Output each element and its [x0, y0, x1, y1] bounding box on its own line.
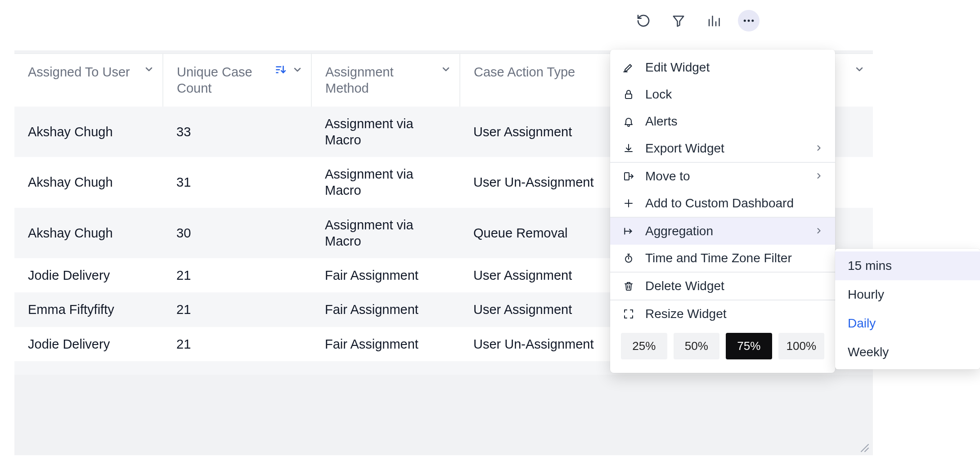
more-icon [742, 14, 755, 27]
resize-options: 25% 50% 75% 100% [610, 327, 835, 368]
pencil-icon [622, 62, 635, 73]
cell-method: Fair Assignment [311, 258, 460, 292]
plus-icon [622, 198, 635, 209]
cell-method: Assignment via Macro [311, 208, 460, 259]
menu-label: Edit Widget [645, 60, 823, 75]
menu-label: Move to [645, 169, 805, 184]
trash-icon [622, 281, 635, 291]
svg-line-25 [865, 448, 868, 452]
menu-label: Alerts [645, 114, 823, 129]
column-header-assigned-to-user[interactable]: Assigned To User [14, 54, 163, 107]
cell-user: Jodie Delivery [14, 258, 163, 292]
menu-resize-widget: Resize Widget [610, 300, 835, 327]
svg-rect-13 [625, 94, 632, 99]
svg-point-6 [748, 20, 750, 22]
chevron-right-icon [814, 141, 823, 156]
download-icon [622, 143, 635, 154]
widget-more-menu: Edit Widget Lock Alerts Export Widget Mo… [610, 49, 835, 373]
column-label: Assignment Method [325, 64, 435, 97]
cell-user: Akshay Chugh [14, 157, 163, 208]
submenu-daily[interactable]: Daily [835, 309, 980, 338]
cell-method: Fair Assignment [311, 327, 460, 361]
aggregate-icon [622, 225, 635, 237]
column-header-assignment-method[interactable]: Assignment Method [311, 54, 460, 107]
menu-label: Aggregation [645, 224, 805, 238]
cell-user: Jodie Delivery [14, 327, 163, 361]
column-header-unique-case-count[interactable]: Unique Case Count [163, 54, 311, 107]
menu-delete-widget[interactable]: Delete Widget [610, 273, 835, 300]
resize-50-button[interactable]: 50% [674, 333, 720, 359]
resize-100-button[interactable]: 100% [778, 333, 825, 359]
chevron-down-icon [144, 64, 154, 75]
menu-label: Lock [645, 87, 823, 102]
lock-icon [622, 89, 635, 100]
filter-icon [672, 14, 685, 27]
cell-method: Fair Assignment [311, 292, 460, 327]
svg-point-7 [751, 20, 754, 22]
chart-button[interactable] [703, 10, 724, 31]
cell-count: 21 [163, 327, 311, 361]
column-label: Unique Case Count [177, 64, 269, 97]
cell-method: Assignment via Macro [311, 107, 460, 157]
chevron-down-icon [441, 64, 451, 75]
menu-label: Export Widget [645, 141, 805, 156]
expand-icon [622, 309, 635, 319]
cell-count: 21 [163, 292, 311, 327]
move-icon [622, 171, 635, 182]
submenu-15-mins[interactable]: 15 mins [835, 251, 980, 280]
refresh-button[interactable] [633, 10, 654, 31]
refresh-icon [636, 13, 651, 28]
chevron-down-icon [292, 64, 303, 75]
resize-handle-icon [859, 443, 869, 453]
stopwatch-icon [622, 253, 635, 264]
submenu-weekly[interactable]: Weekly [835, 338, 980, 367]
cell-count: 31 [163, 157, 311, 208]
menu-label: Add to Custom Dashboard [645, 196, 823, 211]
menu-move-to[interactable]: Move to [610, 163, 835, 190]
menu-export-widget[interactable]: Export Widget [610, 135, 835, 162]
bell-icon [622, 116, 635, 127]
svg-line-24 [861, 444, 868, 452]
widget-toolbar [633, 10, 760, 31]
svg-marker-0 [674, 16, 684, 27]
widget-resize-handle[interactable] [859, 443, 869, 453]
bar-chart-icon [707, 14, 720, 27]
menu-lock[interactable]: Lock [610, 81, 835, 108]
cell-method: Assignment via Macro [311, 157, 460, 208]
menu-alerts[interactable]: Alerts [610, 108, 835, 135]
menu-edit-widget[interactable]: Edit Widget [610, 54, 835, 81]
cell-user: Akshay Chugh [14, 208, 163, 259]
aggregation-submenu: 15 mins Hourly Daily Weekly [835, 249, 980, 369]
submenu-hourly[interactable]: Hourly [835, 280, 980, 309]
cell-count: 33 [163, 107, 311, 157]
menu-label: Resize Widget [645, 307, 823, 321]
more-button[interactable] [738, 10, 760, 31]
resize-75-button[interactable]: 75% [726, 333, 772, 359]
cell-user: Emma Fiftyfifty [14, 292, 163, 327]
menu-label: Time and Time Zone Filter [645, 251, 823, 265]
menu-label: Delete Widget [645, 279, 823, 293]
column-label: Assigned To User [28, 64, 138, 80]
menu-add-to-dashboard[interactable]: Add to Custom Dashboard [610, 190, 835, 217]
cell-count: 30 [163, 208, 311, 259]
chevron-down-icon [854, 64, 865, 75]
sort-desc-icon [274, 64, 287, 76]
cell-user: Akshay Chugh [14, 107, 163, 157]
chevron-right-icon [814, 224, 823, 238]
filter-button[interactable] [668, 10, 689, 31]
svg-point-5 [744, 20, 746, 22]
menu-aggregation[interactable]: Aggregation [610, 218, 835, 245]
cell-count: 21 [163, 258, 311, 292]
svg-rect-14 [625, 173, 629, 180]
resize-25-button[interactable]: 25% [621, 333, 667, 359]
menu-time-zone-filter[interactable]: Time and Time Zone Filter [610, 245, 835, 272]
chevron-right-icon [814, 169, 823, 184]
